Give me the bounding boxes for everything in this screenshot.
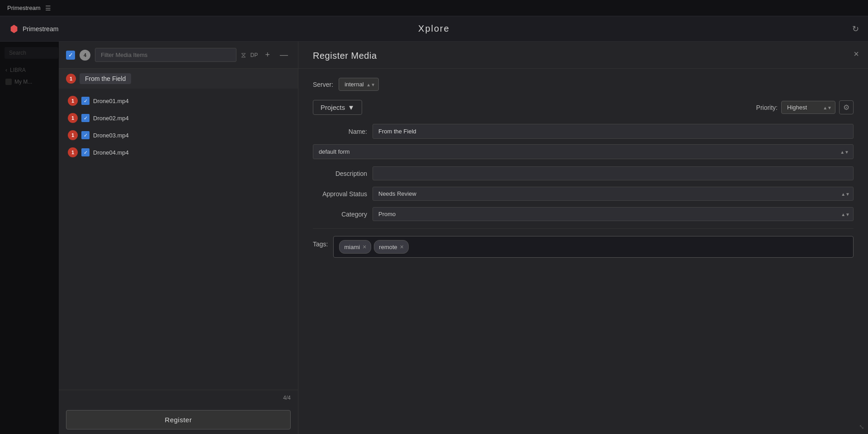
tag-remove-miami[interactable]: × [363,244,366,250]
dialog-title: Register Media [313,51,377,61]
file-list: 1 Drone01.mp4 1 Drone02.mp4 1 Drone03.mp… [59,89,298,390]
name-input[interactable] [373,124,854,139]
file-badge-1: 1 [68,113,78,123]
tag-remove-remote[interactable]: × [400,244,404,250]
name-row: Name: [313,124,854,139]
filter-icon[interactable]: ⧖ [241,51,246,59]
form-area: Server: internal external cloud ▲▼ [298,69,868,434]
priority-select[interactable]: Lowest Low Normal High Highest [781,101,835,114]
projects-label: Projects [321,104,345,111]
tags-input-area[interactable]: miami × remote × [333,236,854,258]
tags-row: Tags: miami × remote × [313,236,854,258]
refresh-icon[interactable]: ↻ [852,24,859,34]
top-bar: Primestream ☰ [0,0,868,16]
server-row: Server: internal external cloud ▲▼ [313,78,854,91]
approval-row: Approval Status Needs Review Approved Re… [313,187,854,201]
group-badge: 1 [66,74,76,84]
filter-bar: 4 ⧖ DP + — [59,42,298,69]
add-item-button[interactable]: + [262,49,273,61]
category-select-wrapper: Promo News Sports Documentary ▲▼ [373,207,854,221]
close-button[interactable]: × [854,49,859,59]
form-select-wrapper: default form custom form ▲▼ [313,144,854,159]
approval-select[interactable]: Needs Review Approved Rejected [373,187,854,201]
file-item-1[interactable]: 1 Drone02.mp4 [66,109,291,127]
file-checkbox-2[interactable] [81,131,90,139]
gear-icon: ⚙ [843,104,849,111]
tags-label: Tags: [313,236,328,248]
server-select-wrapper: internal external cloud ▲▼ [339,78,379,91]
file-checkbox-1[interactable] [81,114,90,122]
tag-chip-miami: miami × [339,240,371,254]
description-row: Description [313,166,854,180]
item-count-badge: 4 [80,50,90,61]
name-label: Name: [313,128,367,135]
file-item-0[interactable]: 1 Drone01.mp4 [66,92,291,109]
dialog-right-panel: Register Media × Server: internal extern… [298,42,868,434]
tag-chip-remote: remote × [374,240,409,254]
category-select[interactable]: Promo News Sports Documentary [373,207,854,221]
file-checkbox-0[interactable] [81,97,90,105]
projects-dropdown-icon: ▼ [348,104,354,111]
register-button[interactable]: Register [66,410,291,429]
approval-select-wrapper: Needs Review Approved Rejected ▲▼ [373,187,854,201]
category-label: Category [313,211,367,218]
category-row: Category Promo News Sports Documentary ▲… [313,207,854,221]
description-label: Description [313,170,367,177]
file-checkbox-3[interactable] [81,148,90,156]
dialog: 4 ⧖ DP + — 1 From the Field 1 [59,42,868,434]
server-label: Server: [313,81,333,88]
group-name[interactable]: From the Field [80,73,131,84]
file-name-0: Drone01.mp4 [93,98,129,104]
form-type-select[interactable]: default form custom form [313,144,854,159]
dialog-header: Register Media × [298,42,868,69]
dp-label: DP [250,52,258,58]
header-logo: Primestream [9,24,58,34]
projects-priority-row: Projects ▼ Priority: Lowest Low Normal H… [313,100,854,115]
priority-label: Priority: [756,104,778,111]
file-name-2: Drone03.mp4 [93,132,129,139]
priority-group: Priority: Lowest Low Normal High Highest… [756,100,854,114]
header-bar: Primestream Xplore ↻ [0,16,868,42]
file-badge-2: 1 [68,130,78,140]
filter-input[interactable] [95,48,236,62]
file-item-3[interactable]: 1 Drone04.mp4 [66,144,291,161]
main-area: ‹ LIBRA My M... 4 ⧖ DP + — [0,42,868,434]
approval-label: Approval Status [313,190,367,198]
dialog-left-panel: 4 ⧖ DP + — 1 From the Field 1 [59,42,298,434]
hamburger-icon[interactable]: ☰ [45,5,51,12]
logo-icon [9,24,19,34]
settings-button[interactable]: ⚙ [839,100,854,114]
header-app-name: Primestream [23,25,58,33]
description-input[interactable] [373,166,854,180]
priority-select-wrapper: Lowest Low Normal High Highest ▲▼ [781,101,835,114]
file-badge-0: 1 [68,96,78,106]
server-select[interactable]: internal external cloud [339,78,379,91]
dialog-footer: 4/4 [59,390,298,406]
file-item-2[interactable]: 1 Drone03.mp4 [66,127,291,144]
remove-item-button[interactable]: — [277,49,291,61]
form-select-row: default form custom form ▲▼ [313,144,854,159]
tag-label-remote: remote [379,244,397,250]
file-badge-3: 1 [68,147,78,157]
page-title: Xplore [418,24,450,34]
file-name-1: Drone02.mp4 [93,115,129,122]
group-header: 1 From the Field [59,69,298,89]
divider [313,228,854,229]
projects-button[interactable]: Projects ▼ [313,100,362,115]
file-name-3: Drone04.mp4 [93,149,129,156]
file-count: 4/4 [283,395,291,401]
tag-label-miami: miami [344,244,360,250]
select-all-checkbox[interactable] [66,51,75,60]
resize-handle[interactable]: ⤡ [859,423,864,430]
app-name: Primestream [7,5,41,11]
